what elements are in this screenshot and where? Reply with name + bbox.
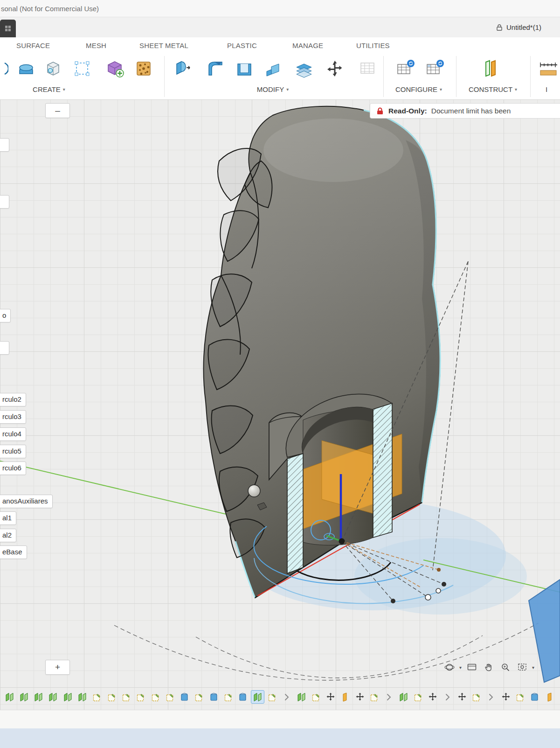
browser-item-stub[interactable] (0, 138, 9, 152)
zoom-icon[interactable] (498, 660, 512, 675)
split-body-icon[interactable] (292, 55, 316, 82)
browser-item-stub[interactable] (0, 195, 9, 209)
timeline-feature-extrude-selected[interactable] (251, 690, 264, 704)
timeline-feature-plane[interactable] (339, 690, 352, 704)
modify-group-label[interactable]: MODIFY ▾ (257, 85, 289, 93)
ribbon-tab-mesh[interactable]: MESH (86, 42, 106, 49)
timeline-feature-sketch[interactable] (309, 690, 323, 704)
viewport[interactable] (0, 99, 560, 711)
browser-item-rculo5[interactable]: rculo5 (0, 445, 26, 458)
browser-item-rculo3[interactable]: rculo3 (0, 410, 26, 424)
timeline-feature-sketch[interactable] (105, 690, 118, 704)
browser-expand-button[interactable]: + (45, 660, 70, 675)
ribbon-tab-sheet-metal[interactable]: SHEET METAL (139, 42, 188, 49)
create-selection-icon[interactable] (70, 55, 94, 82)
construct-group-label[interactable]: CONSTRUCT ▾ (469, 85, 517, 93)
fillet-icon[interactable] (203, 55, 228, 82)
timeline-feature-extrude[interactable] (295, 690, 308, 704)
ribbon-tab-plastic[interactable]: PLASTIC (227, 42, 257, 49)
draft-icon[interactable] (261, 55, 285, 82)
timeline-feature-sketch[interactable] (193, 690, 206, 704)
timeline-feature-plane[interactable] (543, 690, 556, 704)
read-only-banner[interactable]: Read-Only: Document limit has been (370, 103, 560, 119)
browser-item-stub[interactable] (0, 341, 9, 355)
document-tab[interactable]: Untitled*(1) (496, 17, 541, 37)
read-only-message: Document limit has been (431, 107, 511, 115)
timeline-feature-chevron[interactable] (441, 690, 454, 704)
inspect-group-label-partial[interactable]: I (546, 85, 547, 93)
browser-collapse-button[interactable]: – (45, 103, 70, 118)
timeline-feature-move[interactable] (499, 690, 512, 704)
timeline-feature-move[interactable] (353, 690, 366, 704)
timeline-feature-sketch[interactable] (368, 690, 381, 704)
create-group-label[interactable]: CREATE ▾ (33, 85, 65, 93)
toolbar-separator (456, 56, 456, 97)
pan-icon[interactable] (481, 660, 496, 675)
configure-icon[interactable] (393, 55, 417, 82)
timeline-feature-sketch[interactable] (411, 690, 425, 704)
configuration-table-icon[interactable] (422, 55, 447, 82)
fit-icon[interactable] (515, 660, 529, 675)
timeline-feature-extrude[interactable] (47, 690, 60, 704)
look-at-icon[interactable] (464, 660, 479, 675)
ribbon-tab-manage[interactable]: MANAGE (292, 42, 323, 49)
timeline-feature-extrude[interactable] (32, 690, 46, 704)
timeline-feature-move[interactable] (324, 690, 338, 704)
timeline-feature-chevron[interactable] (484, 690, 498, 704)
volumetric-lattice-icon[interactable] (131, 55, 156, 82)
press-pull-icon[interactable] (170, 55, 194, 82)
derive-insert-icon[interactable] (103, 55, 127, 82)
orbit-icon[interactable] (442, 660, 456, 675)
timeline-feature-extrude[interactable] (76, 690, 90, 704)
timeline-feature-sketch[interactable] (119, 690, 133, 704)
data-panel-toggle-button[interactable] (0, 20, 16, 37)
construct-plane-icon[interactable] (478, 55, 503, 82)
browser-item-rculo6[interactable]: rculo6 (0, 461, 26, 475)
browser-item-anosauxiliares[interactable]: anosAuxiliares (0, 495, 53, 508)
timeline-footer-strip (0, 710, 560, 729)
timeline-feature-extrude[interactable] (397, 690, 410, 704)
revolve-surface-icon[interactable] (14, 55, 38, 82)
browser-item-al2[interactable]: al2 (0, 529, 16, 542)
boundary-fill-icon[interactable] (41, 55, 65, 82)
browser-item-rculo4[interactable]: rculo4 (0, 427, 26, 441)
document-tabstrip: Untitled*(1) (0, 17, 560, 38)
timeline-feature-feature[interactable] (528, 690, 542, 704)
timeline-feature-sketch[interactable] (470, 690, 484, 704)
document-tab-label: Untitled*(1) (506, 23, 541, 31)
parameters-table-disabled-icon[interactable] (355, 55, 380, 82)
timeline-feature-sketch[interactable] (514, 690, 527, 704)
configure-group-label[interactable]: CONFIGURE ▾ (395, 85, 442, 93)
timeline-feature-feature[interactable] (207, 690, 221, 704)
browser-item-ebase[interactable]: eBase (0, 545, 27, 559)
shell-icon[interactable] (232, 55, 256, 82)
timeline-feature-move[interactable] (426, 690, 440, 704)
ribbon-tab-surface[interactable]: SURFACE (16, 42, 50, 49)
timeline-feature-sketch[interactable] (265, 690, 279, 704)
timeline-feature-sketch[interactable] (134, 690, 148, 704)
timeline-feature-extrude[interactable] (17, 690, 31, 704)
chevron-down-icon[interactable]: ▾ (532, 665, 534, 670)
browser-item-rculo2[interactable]: rculo2 (0, 393, 26, 406)
timeline-feature-sketch[interactable] (90, 690, 104, 704)
move-copy-icon[interactable] (323, 55, 347, 82)
ribbon-tab-utilities[interactable]: UTILITIES (356, 42, 390, 49)
timeline-feature-sketch[interactable] (149, 690, 162, 704)
timeline-feature-sketch[interactable] (163, 690, 177, 704)
timeline-feature-chevron[interactable] (280, 690, 294, 704)
timeline-feature-sketch[interactable] (222, 690, 235, 704)
timeline-feature-move[interactable] (455, 690, 469, 704)
chevron-down-icon[interactable]: ▾ (459, 665, 462, 670)
navigation-bar: ▾▾ (442, 659, 535, 676)
timeline-feature-feature[interactable] (178, 690, 192, 704)
browser-item-al1[interactable]: al1 (0, 511, 16, 525)
timeline-feature-extrude[interactable] (61, 690, 75, 704)
measure-icon-partial[interactable] (537, 55, 560, 82)
timeline-feature-extrude[interactable] (3, 690, 16, 704)
ribbon: SURFACEMESHSHEET METALPLASTICMANAGEUTILI… (0, 37, 560, 100)
origin-point[interactable] (339, 538, 345, 545)
browser-item-o[interactable]: o (0, 309, 11, 322)
timeline-feature-chevron[interactable] (382, 690, 396, 704)
timeline-feature-feature[interactable] (236, 690, 250, 704)
cut-left-tool-icon[interactable] (0, 55, 10, 82)
